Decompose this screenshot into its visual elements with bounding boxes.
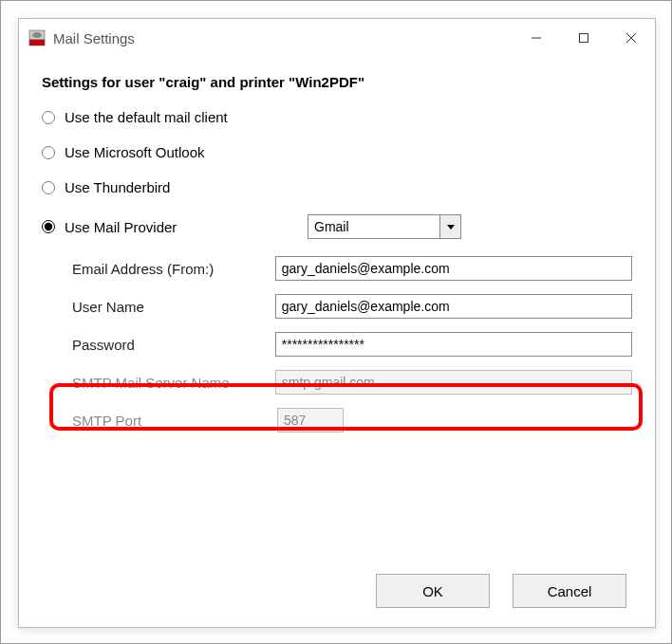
minimize-button[interactable] bbox=[513, 19, 560, 57]
email-row: Email Address (From:) bbox=[42, 256, 632, 281]
radio-outlook-input[interactable] bbox=[42, 146, 55, 159]
provider-selected: Gmail bbox=[314, 219, 349, 234]
smtp-server-input bbox=[275, 370, 632, 395]
username-input[interactable] bbox=[275, 294, 632, 319]
ok-button[interactable]: OK bbox=[376, 574, 490, 608]
chevron-down-icon bbox=[447, 225, 455, 230]
app-icon bbox=[28, 29, 46, 46]
radio-mail-provider-label: Use Mail Provider bbox=[65, 219, 177, 235]
heading: Settings for user "craig" and printer "W… bbox=[42, 74, 632, 90]
window-controls bbox=[513, 19, 655, 57]
close-button[interactable] bbox=[607, 19, 655, 57]
maximize-icon bbox=[578, 32, 589, 44]
username-row: User Name bbox=[42, 294, 632, 319]
password-input[interactable] bbox=[275, 332, 632, 357]
provider-row: Use Mail Provider Gmail bbox=[42, 214, 632, 239]
smtp-server-label: SMTP Mail Server Name bbox=[42, 375, 275, 391]
svg-rect-1 bbox=[29, 40, 45, 46]
radio-thunderbird-input[interactable] bbox=[42, 181, 55, 194]
smtp-port-row: SMTP Port bbox=[42, 408, 632, 432]
username-label: User Name bbox=[42, 299, 275, 315]
radio-outlook-label: Use Microsoft Outlook bbox=[65, 144, 205, 160]
mail-settings-window: Mail Settings Settings for user "craig" … bbox=[18, 18, 656, 628]
button-row: OK Cancel bbox=[42, 574, 632, 608]
radio-thunderbird-label: Use Thunderbird bbox=[65, 179, 170, 195]
email-label: Email Address (From:) bbox=[42, 261, 275, 277]
radio-thunderbird[interactable]: Use Thunderbird bbox=[42, 179, 632, 195]
content-area: Settings for user "craig" and printer "W… bbox=[19, 57, 655, 627]
email-input[interactable] bbox=[275, 256, 632, 281]
svg-marker-7 bbox=[447, 225, 455, 230]
svg-rect-4 bbox=[580, 34, 588, 43]
radio-default-client[interactable]: Use the default mail client bbox=[42, 109, 632, 125]
provider-dropdown-button[interactable] bbox=[439, 215, 460, 238]
svg-point-2 bbox=[32, 32, 42, 38]
cancel-button[interactable]: Cancel bbox=[513, 574, 626, 608]
radio-mail-provider[interactable]: Use Mail Provider bbox=[42, 214, 308, 239]
radio-default-client-input[interactable] bbox=[42, 111, 55, 124]
maximize-button[interactable] bbox=[560, 19, 607, 57]
minimize-icon bbox=[531, 32, 542, 44]
close-icon bbox=[625, 32, 637, 44]
provider-combobox[interactable]: Gmail bbox=[308, 214, 461, 239]
password-label: Password bbox=[42, 337, 275, 353]
password-row: Password bbox=[42, 332, 632, 357]
smtp-port-label: SMTP Port bbox=[42, 413, 277, 429]
window-title: Mail Settings bbox=[53, 30, 513, 46]
smtp-server-row: SMTP Mail Server Name bbox=[42, 370, 632, 395]
smtp-port-input bbox=[277, 408, 344, 432]
radio-default-client-label: Use the default mail client bbox=[65, 109, 228, 125]
radio-outlook[interactable]: Use Microsoft Outlook bbox=[42, 144, 632, 160]
radio-mail-provider-input[interactable] bbox=[42, 220, 55, 233]
titlebar: Mail Settings bbox=[19, 19, 655, 57]
